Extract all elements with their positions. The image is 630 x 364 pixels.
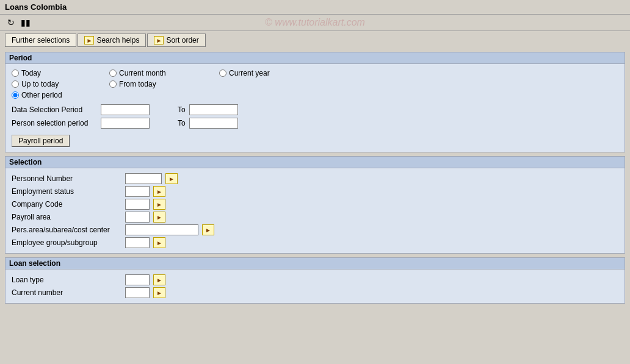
loan-type-input[interactable] bbox=[125, 274, 150, 285]
radio-current-year[interactable] bbox=[219, 70, 226, 77]
company-code-arrow-btn[interactable]: ► bbox=[153, 199, 165, 210]
tab-search-helps[interactable]: ► Search helps bbox=[78, 34, 146, 47]
tab-arrow-sort: ► bbox=[154, 36, 164, 45]
app-title: Loans Colombia bbox=[5, 2, 67, 12]
selection-header: Selection bbox=[5, 157, 625, 168]
radio-today-label: Today bbox=[21, 69, 41, 77]
person-selection-row: Person selection period To bbox=[12, 118, 618, 129]
selection-body: Personnel Number ► Employment status ► C… bbox=[5, 168, 625, 253]
current-number-label: Current number bbox=[12, 288, 121, 297]
loan-type-row: Loan type ► bbox=[12, 274, 618, 285]
loan-type-arrow-btn[interactable]: ► bbox=[153, 274, 165, 285]
period-header: Period bbox=[5, 52, 625, 64]
payroll-period-button[interactable]: Payroll period bbox=[12, 135, 70, 147]
date-fields: Data Selection Period To Person selectio… bbox=[12, 104, 618, 129]
period-body: Today Current month Current year Up to t… bbox=[5, 64, 625, 152]
person-selection-label: Person selection period bbox=[12, 119, 97, 127]
to-label-2: To bbox=[178, 119, 186, 127]
radio-up-to-today[interactable] bbox=[12, 80, 19, 88]
loan-type-label: Loan type bbox=[12, 276, 121, 284]
loan-selection-body: Loan type ► Current number ► bbox=[5, 269, 625, 303]
employment-status-arrow-btn[interactable]: ► bbox=[153, 186, 165, 197]
loan-selection-section: Loan selection Loan type ► Current numbe… bbox=[5, 257, 625, 304]
title-bar: Loans Colombia bbox=[0, 0, 630, 15]
radio-current-month-row: Current month bbox=[109, 69, 219, 77]
company-code-label: Company Code bbox=[12, 200, 121, 209]
current-number-row: Current number ► bbox=[12, 287, 618, 298]
watermark: © www.tutorialkart.com bbox=[265, 17, 365, 28]
main-content: Period Today Current month Current year … bbox=[0, 49, 630, 310]
radio-current-month-label: Current month bbox=[119, 69, 166, 77]
data-selection-label: Data Selection Period bbox=[12, 105, 97, 114]
employment-status-input[interactable] bbox=[125, 186, 150, 197]
employment-status-row: Employment status ► bbox=[12, 186, 618, 197]
employment-status-label: Employment status bbox=[12, 187, 121, 196]
employee-group-row: Employee group/subgroup ► bbox=[12, 237, 618, 248]
radio-current-year-row: Current year bbox=[219, 69, 329, 77]
further-selections-label: Further selections bbox=[12, 36, 70, 45]
person-selection-from-input[interactable] bbox=[101, 118, 150, 129]
employee-group-arrow-btn[interactable]: ► bbox=[153, 237, 165, 248]
radio-current-year-label: Current year bbox=[229, 69, 270, 77]
sort-order-label: Sort order bbox=[166, 36, 198, 45]
personnel-number-arrow-btn[interactable]: ► bbox=[165, 173, 178, 184]
data-selection-row: Data Selection Period To bbox=[12, 104, 618, 115]
pers-area-input[interactable] bbox=[125, 224, 198, 235]
back-icon[interactable]: ↻ bbox=[5, 16, 17, 29]
payroll-area-arrow-btn[interactable]: ► bbox=[153, 212, 165, 223]
pers-area-label: Pers.area/subarea/cost center bbox=[12, 226, 121, 234]
company-code-row: Company Code ► bbox=[12, 199, 618, 210]
data-selection-from-input[interactable] bbox=[101, 104, 150, 115]
forward-icon[interactable]: ▮▮ bbox=[20, 16, 32, 29]
payroll-area-row: Payroll area ► bbox=[12, 212, 618, 223]
radio-current-month[interactable] bbox=[109, 70, 117, 77]
radio-from-today[interactable] bbox=[109, 80, 117, 88]
person-selection-to-input[interactable] bbox=[189, 118, 238, 129]
selection-section: Selection Personnel Number ► Employment … bbox=[5, 156, 625, 254]
radio-today-row: Today bbox=[12, 69, 109, 77]
payroll-area-label: Payroll area bbox=[12, 213, 121, 221]
tab-further-selections[interactable]: Further selections bbox=[5, 34, 76, 47]
current-number-input[interactable] bbox=[125, 287, 150, 298]
to-label-1: To bbox=[178, 105, 186, 114]
radio-other-period-label: Other period bbox=[21, 91, 62, 99]
toolbar: ↻ ▮▮ © www.tutorialkart.com bbox=[0, 15, 630, 31]
tab-bar: Further selections ► Search helps ► Sort… bbox=[0, 31, 630, 49]
current-number-arrow-btn[interactable]: ► bbox=[153, 287, 165, 298]
radio-from-today-label: From today bbox=[119, 80, 156, 88]
loan-grid: Loan type ► Current number ► bbox=[12, 274, 618, 298]
search-helps-label: Search helps bbox=[96, 36, 139, 45]
employee-group-input[interactable] bbox=[125, 237, 150, 248]
payroll-area-input[interactable] bbox=[125, 212, 150, 223]
radio-up-to-today-row: Up to today bbox=[12, 80, 109, 88]
personnel-number-label: Personnel Number bbox=[12, 174, 121, 183]
tab-arrow-search: ► bbox=[84, 36, 94, 45]
employee-group-label: Employee group/subgroup bbox=[12, 238, 121, 247]
personnel-number-input[interactable] bbox=[125, 173, 162, 184]
period-section: Period Today Current month Current year … bbox=[5, 52, 625, 152]
tab-sort-order[interactable]: ► Sort order bbox=[147, 34, 205, 47]
radio-other-period-row: Other period bbox=[12, 91, 109, 99]
personnel-number-row: Personnel Number ► bbox=[12, 173, 618, 184]
radio-from-today-row: From today bbox=[109, 80, 219, 88]
radio-other-period[interactable] bbox=[12, 91, 19, 99]
period-radios: Today Current month Current year Up to t… bbox=[12, 69, 618, 99]
radio-up-to-today-label: Up to today bbox=[21, 80, 59, 88]
loan-selection-header: Loan selection bbox=[5, 258, 625, 269]
pers-area-row: Pers.area/subarea/cost center ► bbox=[12, 224, 618, 235]
company-code-input[interactable] bbox=[125, 199, 150, 210]
radio-today[interactable] bbox=[12, 70, 19, 77]
data-selection-to-input[interactable] bbox=[189, 104, 238, 115]
selection-grid: Personnel Number ► Employment status ► C… bbox=[12, 173, 618, 248]
pers-area-arrow-btn[interactable]: ► bbox=[202, 224, 214, 235]
